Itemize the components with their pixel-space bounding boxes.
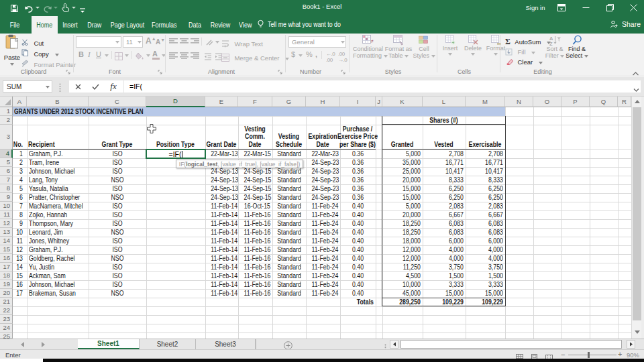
- cell-F14[interactable]: 11-Feb-16: [244, 237, 270, 245]
- cell-G9[interactable]: Standard: [276, 193, 303, 202]
- cell-L11[interactable]: 6,667: [429, 210, 464, 219]
- cell-M7[interactable]: 8,333: [472, 176, 503, 184]
- cell-H19[interactable]: 11-Feb-24: [311, 280, 338, 289]
- cell-C15[interactable]: ISO: [94, 245, 141, 254]
- cell-C19[interactable]: ISO: [94, 280, 141, 289]
- cell-B19[interactable]: Johnson, Michael: [29, 280, 80, 289]
- cell-H14[interactable]: 11-Feb-24: [311, 237, 338, 245]
- row-header-24[interactable]: 24: [0, 324, 13, 333]
- cell-E6[interactable]: 24-Sep-13: [211, 167, 236, 176]
- cell-H11[interactable]: 11-Feb-24: [311, 210, 338, 219]
- row-header-18[interactable]: 18: [0, 272, 13, 280]
- row-header-2[interactable]: 2: [0, 116, 13, 125]
- cell-B4[interactable]: Graham, P.J.: [29, 149, 80, 158]
- zoom-in-button[interactable]: +: [618, 350, 622, 358]
- scroll-up-icon[interactable]: [632, 97, 642, 106]
- cell-A9[interactable]: 6: [15, 193, 23, 202]
- font-name-combo[interactable]: [76, 36, 121, 48]
- cell-H17[interactable]: 11-Feb-24: [311, 263, 338, 272]
- row-header-23[interactable]: 23: [0, 315, 13, 324]
- row-header-21[interactable]: 21: [0, 298, 13, 306]
- cell-G10[interactable]: Standard: [276, 202, 303, 210]
- format-as-table-button[interactable]: Format as Table: [384, 35, 413, 68]
- cell-H9[interactable]: 24-Sep-23: [311, 193, 338, 202]
- cell-K17[interactable]: 11,250: [388, 263, 421, 272]
- cell-K10[interactable]: 5,000: [388, 202, 421, 210]
- scroll-down-icon[interactable]: [632, 327, 642, 337]
- cell-F12[interactable]: 11-Feb-16: [244, 219, 270, 228]
- cell-M20[interactable]: 15,000: [472, 289, 503, 298]
- cell-I6[interactable]: 0.36: [344, 167, 372, 176]
- sort-filter-button[interactable]: AZ Sort & Filter: [543, 35, 566, 68]
- cell-B15[interactable]: Graham, P.J.: [29, 245, 80, 254]
- clear-button[interactable]: Clear: [505, 55, 543, 67]
- font-color-button[interactable]: A: [152, 50, 160, 60]
- cell-M19[interactable]: 3,333: [472, 280, 503, 289]
- cell-B7[interactable]: Lang, Tony: [29, 176, 80, 184]
- formula-input[interactable]: =IF(: [124, 80, 641, 93]
- row-header-11[interactable]: 11: [0, 210, 13, 219]
- cell-C8[interactable]: ISO: [94, 184, 141, 193]
- cell-B5[interactable]: Tram, Irene: [29, 158, 80, 167]
- row-header-13[interactable]: 13: [0, 228, 13, 237]
- accounting-dropdown-icon[interactable]: [299, 54, 303, 57]
- header-cell-A3[interactable]: No.: [15, 125, 23, 148]
- cell-E8[interactable]: 24-Sep-13: [211, 184, 236, 193]
- cell-G13[interactable]: Standard: [276, 228, 303, 237]
- sheet-tab-sheet1[interactable]: Sheet1: [78, 339, 140, 349]
- hscroll-right-icon[interactable]: [627, 340, 635, 349]
- column-header-D[interactable]: D: [146, 97, 205, 107]
- cell-F18[interactable]: 11-Feb-16: [244, 272, 270, 280]
- zoom-slider-track[interactable]: [568, 355, 616, 355]
- ribbon-tab-insert[interactable]: Insert: [60, 16, 80, 34]
- italic-button[interactable]: I: [88, 50, 91, 58]
- cell-A13[interactable]: 10: [15, 228, 23, 237]
- cell-G20[interactable]: Standard: [276, 289, 303, 298]
- cell-C4[interactable]: ISO: [94, 149, 141, 158]
- row-header-7[interactable]: 7: [0, 176, 13, 184]
- column-header-N[interactable]: N: [505, 97, 533, 107]
- tell-me-box[interactable]: Tell me what you want to do: [257, 15, 355, 33]
- cell-A6[interactable]: 3: [15, 167, 23, 176]
- ribbon-display-options-icon[interactable]: [551, 0, 572, 15]
- row-header-22[interactable]: 22: [0, 306, 13, 315]
- header-cell-L3[interactable]: Vested: [427, 125, 462, 148]
- cell-E9[interactable]: 24-Sep-13: [211, 193, 236, 202]
- cell-E18[interactable]: 11-Feb-14: [211, 272, 236, 280]
- cell-E17[interactable]: 11-Feb-14: [211, 263, 236, 272]
- cell-B17[interactable]: Yu, Justin: [29, 263, 80, 272]
- sheet-tab-sheet2[interactable]: Sheet2: [140, 339, 196, 349]
- cell-A18[interactable]: 15: [15, 272, 23, 280]
- namebox-resize-handle[interactable]: [59, 82, 61, 90]
- name-box[interactable]: SUM: [3, 80, 52, 93]
- select-all-corner[interactable]: [0, 97, 13, 107]
- header-cell-M3[interactable]: Exercisable: [469, 125, 501, 148]
- cell-L10[interactable]: 2,083: [429, 202, 464, 210]
- ribbon-tab-page-layout[interactable]: Page Layout: [107, 16, 148, 34]
- cell-A4[interactable]: 1: [15, 149, 23, 158]
- cell-B16[interactable]: Goldberg, Rachel: [29, 254, 80, 263]
- header-cell-D3[interactable]: Position Type: [151, 125, 200, 148]
- cell-M10[interactable]: 2,083: [472, 202, 503, 210]
- decrease-indent-button[interactable]: [204, 51, 212, 63]
- cell-G7[interactable]: Standard: [276, 176, 303, 184]
- cell-F15[interactable]: 11-Feb-16: [244, 245, 270, 254]
- cell-E7[interactable]: 24-Sep-13: [211, 176, 236, 184]
- cell-L14[interactable]: 6,000: [429, 237, 464, 245]
- cell-G16[interactable]: Standard: [276, 254, 303, 263]
- cell-C6[interactable]: ISO: [94, 167, 141, 176]
- cell-B10[interactable]: MacNamera, Mitchel: [29, 202, 80, 210]
- cell-A10[interactable]: 7: [15, 202, 23, 210]
- cell-K11[interactable]: 20,000: [388, 210, 421, 219]
- align-right-icon[interactable]: [191, 52, 199, 59]
- increase-font-size-button[interactable]: A▲: [146, 36, 156, 46]
- ribbon-tab-formulas[interactable]: Formulas: [150, 16, 179, 34]
- cell-I15[interactable]: 0.40: [344, 245, 372, 254]
- row-header-20[interactable]: 20: [0, 289, 13, 298]
- cell-C12[interactable]: ISO: [94, 219, 141, 228]
- cell-I16[interactable]: 0.40: [344, 254, 372, 263]
- cell-K18[interactable]: 4,500: [388, 272, 421, 280]
- cell-K9[interactable]: 15,000: [388, 193, 421, 202]
- column-header-I[interactable]: I: [340, 97, 376, 107]
- row-header-1[interactable]: 1: [0, 107, 13, 116]
